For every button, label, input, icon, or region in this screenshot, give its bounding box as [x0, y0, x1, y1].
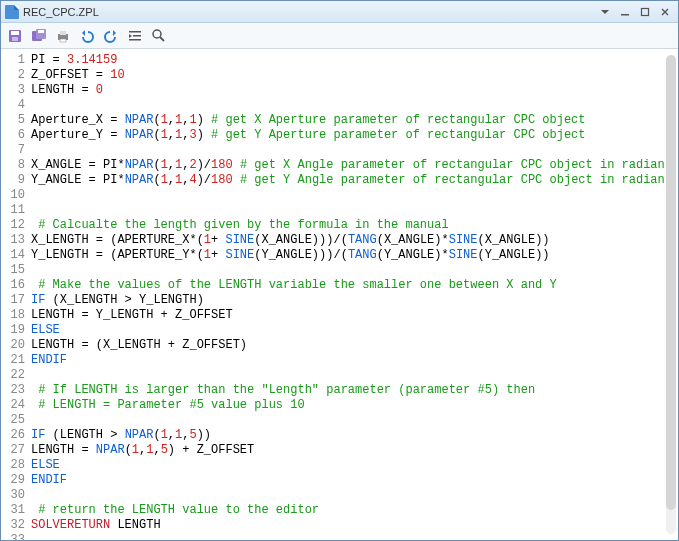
code-content[interactable] [31, 368, 678, 383]
indent-icon[interactable] [125, 26, 145, 46]
code-content[interactable]: ENDIF [31, 473, 678, 488]
minimize-button[interactable] [616, 4, 634, 20]
code-content[interactable] [31, 413, 678, 428]
code-line[interactable]: 26IF (LENGTH > NPAR(1,1,5)) [1, 428, 678, 443]
code-line[interactable]: 29ENDIF [1, 473, 678, 488]
code-line[interactable]: 21ENDIF [1, 353, 678, 368]
line-number: 9 [1, 173, 31, 188]
dropdown-button[interactable] [596, 4, 614, 20]
code-line[interactable]: 8X_ANGLE = PI*NPAR(1,1,2)/180 # get X An… [1, 158, 678, 173]
code-line[interactable]: 20LENGTH = (X_LENGTH + Z_OFFSET) [1, 338, 678, 353]
code-content[interactable] [31, 98, 678, 113]
line-number: 31 [1, 503, 31, 518]
code-line[interactable]: 28ELSE [1, 458, 678, 473]
code-line[interactable]: 4 [1, 98, 678, 113]
code-line[interactable]: 2Z_OFFSET = 10 [1, 68, 678, 83]
file-icon [5, 5, 19, 19]
code-content[interactable]: X_LENGTH = (APERTURE_X*(1+ SINE(X_ANGLE)… [31, 233, 678, 248]
code-content[interactable]: # Make the values of the LENGTH variable… [31, 278, 678, 293]
code-content[interactable]: LENGTH = 0 [31, 83, 678, 98]
line-number: 14 [1, 248, 31, 263]
svg-line-15 [160, 37, 164, 41]
line-number: 26 [1, 428, 31, 443]
save-as-icon[interactable] [29, 26, 49, 46]
svg-rect-12 [133, 35, 141, 37]
undo-icon[interactable] [77, 26, 97, 46]
code-content[interactable]: X_ANGLE = PI*NPAR(1,1,2)/180 # get X Ang… [31, 158, 678, 173]
line-number: 17 [1, 293, 31, 308]
code-line[interactable]: 22 [1, 368, 678, 383]
line-number: 29 [1, 473, 31, 488]
code-line[interactable]: 24 # LENGTH = Parameter #5 value plus 10 [1, 398, 678, 413]
code-content[interactable]: PI = 3.14159 [31, 53, 678, 68]
code-line[interactable]: 30 [1, 488, 678, 503]
line-number: 10 [1, 188, 31, 203]
code-line[interactable]: 7 [1, 143, 678, 158]
code-content[interactable]: # Calcualte the length given by the form… [31, 218, 678, 233]
code-line[interactable]: 5Aperture_X = NPAR(1,1,1) # get X Apertu… [1, 113, 678, 128]
maximize-button[interactable] [636, 4, 654, 20]
code-line[interactable]: 32SOLVERETURN LENGTH [1, 518, 678, 533]
code-content[interactable]: Y_LENGTH = (APERTURE_Y*(1+ SINE(Y_ANGLE)… [31, 248, 678, 263]
line-number: 25 [1, 413, 31, 428]
line-number: 22 [1, 368, 31, 383]
code-content[interactable]: Y_ANGLE = PI*NPAR(1,1,4)/180 # get Y Ang… [31, 173, 678, 188]
code-line[interactable]: 11 [1, 203, 678, 218]
code-line[interactable]: 25 [1, 413, 678, 428]
code-line[interactable]: 31 # return the LENGTH value to the edit… [1, 503, 678, 518]
code-line[interactable]: 17IF (X_LENGTH > Y_LENGTH) [1, 293, 678, 308]
code-line[interactable]: 19ELSE [1, 323, 678, 338]
code-line[interactable]: 23 # If LENGTH is larger than the "Lengt… [1, 383, 678, 398]
code-content[interactable] [31, 488, 678, 503]
find-icon[interactable] [149, 26, 169, 46]
code-content[interactable]: IF (LENGTH > NPAR(1,1,5)) [31, 428, 678, 443]
code-content[interactable] [31, 533, 678, 540]
code-content[interactable]: # If LENGTH is larger than the "Length" … [31, 383, 678, 398]
print-icon[interactable] [53, 26, 73, 46]
vertical-scrollbar[interactable] [666, 55, 676, 534]
save-icon[interactable] [5, 26, 25, 46]
svg-rect-0 [621, 14, 629, 16]
code-content[interactable]: LENGTH = NPAR(1,1,5) + Z_OFFSET [31, 443, 678, 458]
code-content[interactable]: ELSE [31, 323, 678, 338]
code-line[interactable]: 13X_LENGTH = (APERTURE_X*(1+ SINE(X_ANGL… [1, 233, 678, 248]
code-line[interactable]: 15 [1, 263, 678, 278]
code-content[interactable] [31, 263, 678, 278]
code-content[interactable] [31, 188, 678, 203]
code-line[interactable]: 14Y_LENGTH = (APERTURE_Y*(1+ SINE(Y_ANGL… [1, 248, 678, 263]
code-line[interactable]: 16 # Make the values of the LENGTH varia… [1, 278, 678, 293]
svg-point-14 [153, 30, 161, 38]
code-content[interactable]: ENDIF [31, 353, 678, 368]
code-content[interactable]: Z_OFFSET = 10 [31, 68, 678, 83]
code-editor[interactable]: 1PI = 3.141592Z_OFFSET = 103LENGTH = 045… [1, 49, 678, 540]
code-content[interactable]: # return the LENGTH value to the editor [31, 503, 678, 518]
code-line[interactable]: 1PI = 3.14159 [1, 53, 678, 68]
code-content[interactable]: SOLVERETURN LENGTH [31, 518, 678, 533]
code-content[interactable]: Aperture_X = NPAR(1,1,1) # get X Apertur… [31, 113, 678, 128]
code-line[interactable]: 18LENGTH = Y_LENGTH + Z_OFFSET [1, 308, 678, 323]
line-number: 16 [1, 278, 31, 293]
code-content[interactable]: IF (X_LENGTH > Y_LENGTH) [31, 293, 678, 308]
code-line[interactable]: 12 # Calcualte the length given by the f… [1, 218, 678, 233]
code-content[interactable]: # LENGTH = Parameter #5 value plus 10 [31, 398, 678, 413]
close-button[interactable] [656, 4, 674, 20]
code-content[interactable] [31, 203, 678, 218]
line-number: 11 [1, 203, 31, 218]
code-line[interactable]: 6Aperture_Y = NPAR(1,1,3) # get Y Apertu… [1, 128, 678, 143]
code-content[interactable]: Aperture_Y = NPAR(1,1,3) # get Y Apertur… [31, 128, 678, 143]
code-line[interactable]: 3LENGTH = 0 [1, 83, 678, 98]
scrollbar-thumb[interactable] [666, 55, 676, 510]
code-content[interactable]: ELSE [31, 458, 678, 473]
code-line[interactable]: 27LENGTH = NPAR(1,1,5) + Z_OFFSET [1, 443, 678, 458]
code-content[interactable]: LENGTH = (X_LENGTH + Z_OFFSET) [31, 338, 678, 353]
code-line[interactable]: 9Y_ANGLE = PI*NPAR(1,1,4)/180 # get Y An… [1, 173, 678, 188]
code-line[interactable]: 10 [1, 188, 678, 203]
svg-rect-7 [38, 30, 44, 33]
code-content[interactable] [31, 143, 678, 158]
code-line[interactable]: 33 [1, 533, 678, 540]
line-number: 8 [1, 158, 31, 173]
svg-rect-10 [60, 39, 66, 42]
line-number: 12 [1, 218, 31, 233]
code-content[interactable]: LENGTH = Y_LENGTH + Z_OFFSET [31, 308, 678, 323]
redo-icon[interactable] [101, 26, 121, 46]
